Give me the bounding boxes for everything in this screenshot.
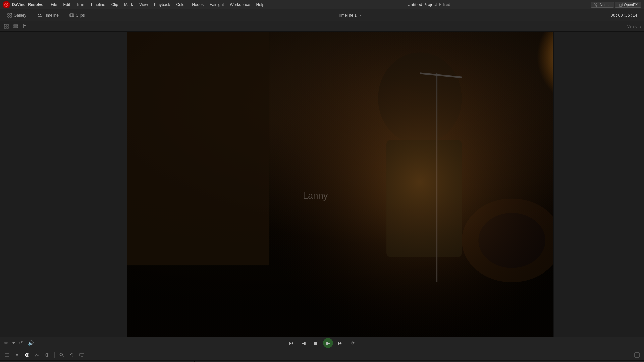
svg-rect-24 [7,27,8,28]
color-wheels-icon[interactable] [23,351,32,359]
svg-rect-31 [127,32,269,265]
svg-rect-46 [5,354,9,356]
play-button[interactable]: ▶ [323,338,333,348]
menu-view[interactable]: View [137,1,151,8]
list-icon[interactable] [12,23,19,30]
qualifier-icon[interactable] [13,351,21,359]
menu-help[interactable]: Help [253,1,267,8]
timeline-name: Timeline 1 [338,13,357,18]
svg-rect-23 [4,27,6,28]
stop-button[interactable]: ⏹ [311,338,320,348]
svg-rect-11 [8,16,9,17]
openfx-label: OpenFX [624,3,638,7]
svg-point-43 [253,32,553,337]
secondary-toolbar: Versions [0,21,644,32]
main-content: Lanny [0,32,644,337]
color-tools-bar [0,349,644,361]
left-panel [0,32,127,337]
nodes-label: Nodes [600,3,610,7]
svg-rect-13 [38,15,42,15]
svg-rect-22 [7,24,8,26]
loop-button[interactable]: ⟳ [348,338,357,348]
timecode-display: 00:00:55:14 [611,13,637,18]
menu-file[interactable]: File [48,1,60,8]
svg-rect-10 [10,13,12,15]
clip-nav-icon[interactable] [3,351,11,359]
openfx-button[interactable]: Fx OpenFX [615,2,641,8]
svg-line-5 [595,4,596,5]
tab-clips-label: Clips [76,13,85,18]
svg-rect-26 [14,27,18,28]
menu-edit[interactable]: Edit [61,1,73,8]
menu-bar: DaVinci Resolve File Edit Trim Timeline … [0,0,644,9]
workspace-bar: Gallery Timeline Clips Timeline 1 00:00:… [0,9,644,21]
menu-trim[interactable]: Trim [73,1,87,8]
bottom-section: Color Wheels Primaries Wheels ⚙ + [0,361,644,362]
curves-icon[interactable] [33,351,42,359]
svg-rect-14 [38,16,42,17]
svg-rect-2 [595,3,596,4]
magnify-icon[interactable] [57,351,66,359]
svg-text:Fx: Fx [619,4,622,6]
colorspace-icon[interactable] [633,351,641,359]
project-edited: Edited [439,2,450,7]
menu-nodes[interactable]: Nodes [189,1,206,8]
app-logo: DaVinci Resolve [3,1,43,8]
svg-point-55 [60,353,63,356]
menu-playback[interactable]: Playback [151,1,173,8]
svg-rect-17 [70,14,74,17]
pen-dropdown-icon[interactable] [12,341,15,345]
svg-marker-45 [12,342,15,344]
hsl-icon[interactable] [43,351,52,359]
svg-line-56 [62,356,64,357]
svg-text:Lanny: Lanny [303,190,328,201]
svg-rect-4 [596,5,597,6]
undo-icon[interactable]: ↺ [17,339,25,347]
tab-timeline[interactable]: Timeline [33,12,63,19]
prev-frame-button[interactable]: ◀ [299,338,308,348]
menu-clip[interactable]: Clip [109,1,121,8]
undo-color-icon[interactable] [67,351,76,359]
app-name: DaVinci Resolve [12,2,43,7]
tab-clips[interactable]: Clips [65,12,90,19]
display-icon[interactable] [77,351,86,359]
svg-rect-3 [597,3,598,4]
svg-rect-58 [80,353,84,356]
app-logo-icon [3,1,10,8]
svg-line-6 [596,4,597,5]
svg-marker-20 [359,15,361,16]
transport-bar: ✏ ↺ 🔊 ⏮ ◀ ⏹ ▶ ⏭ ⟳ [0,337,644,349]
svg-rect-9 [8,13,9,15]
menu-workspace[interactable]: Workspace [227,1,253,8]
project-title: Untitled Project [408,2,437,7]
tab-timeline-label: Timeline [44,13,59,18]
speaker-icon[interactable]: 🔊 [27,339,34,347]
svg-point-1 [6,4,7,5]
video-preview: Lanny [127,32,553,337]
svg-rect-25 [14,25,18,26]
versions-text: Versions [627,24,641,28]
video-canvas: Lanny [127,32,553,337]
flag-icon[interactable] [21,23,29,30]
menu-color[interactable]: Color [174,1,189,8]
skip-start-button[interactable]: ⏮ [287,338,296,348]
svg-marker-28 [24,24,26,26]
right-panel [553,32,644,337]
svg-rect-12 [10,16,12,17]
timeline-dropdown-icon[interactable] [359,14,362,17]
menu-mark[interactable]: Mark [121,1,136,8]
pen-icon[interactable]: ✏ [3,339,10,347]
nodes-button[interactable]: Nodes [591,2,614,8]
svg-rect-16 [40,14,41,15]
menu-timeline[interactable]: Timeline [88,1,108,8]
svg-point-50 [26,354,28,356]
tools-separator [54,352,55,358]
tab-gallery[interactable]: Gallery [3,12,31,19]
svg-marker-57 [70,354,71,355]
grid-icon[interactable] [3,23,10,30]
menu-fairlight[interactable]: Fairlight [207,1,227,8]
skip-end-button[interactable]: ⏭ [336,338,345,348]
tab-gallery-label: Gallery [14,13,26,18]
svg-rect-15 [38,14,39,15]
svg-rect-21 [4,24,6,26]
